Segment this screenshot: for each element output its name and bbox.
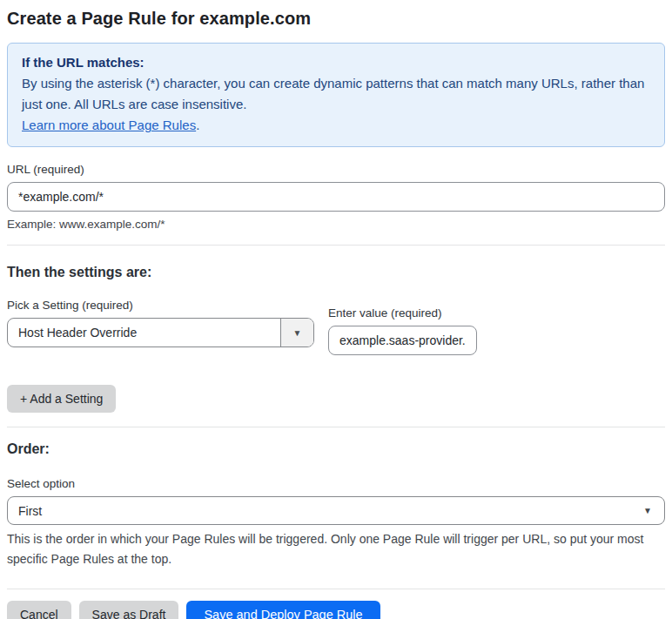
info-box-link-line: Learn more about Page Rules. [22,115,650,136]
footer-actions: Cancel Save as Draft Save and Deploy Pag… [7,601,665,619]
chevron-down-icon: ▼ [643,506,652,515]
order-help-text: This is the order in which your Page Rul… [7,529,662,569]
settings-section-heading: Then the settings are: [7,265,665,280]
dropdown-arrow-button[interactable]: ▼ [280,319,313,347]
pick-setting-column: Pick a Setting (required) Host Header Ov… [7,299,314,347]
cancel-button[interactable]: Cancel [7,601,71,619]
save-and-deploy-button[interactable]: Save and Deploy Page Rule [186,601,380,619]
chevron-down-icon: ▼ [293,328,302,338]
order-section: Order: Select option First ▼ This is the… [7,441,665,569]
page-title: Create a Page Rule for example.com [7,9,665,29]
url-label: URL (required) [7,163,665,176]
enter-value-label: Enter value (required) [328,306,477,320]
url-input[interactable] [7,182,665,212]
link-suffix: . [196,118,199,132]
order-section-heading: Order: [7,441,665,457]
divider [7,427,665,427]
info-box-heading: If the URL matches: [22,52,650,73]
pick-setting-selected-value: Host Header Override [8,319,280,347]
url-matches-info-box: If the URL matches: By using the asteris… [7,43,665,147]
order-selected-value: First [18,504,42,518]
order-select-label: Select option [7,477,665,490]
learn-more-link[interactable]: Learn more about Page Rules [22,118,196,132]
url-example-text: Example: www.example.com/* [7,218,665,231]
setting-value-input[interactable] [328,326,477,355]
divider [7,245,665,246]
divider [7,589,665,589]
pick-setting-label: Pick a Setting (required) [7,299,314,312]
add-setting-button[interactable]: + Add a Setting [7,385,116,413]
enter-value-column: Enter value (required) [328,306,477,355]
pick-setting-dropdown[interactable]: Host Header Override ▼ [7,318,314,347]
info-box-body: By using the asterisk (*) character, you… [22,73,650,115]
order-select[interactable]: First ▼ [7,496,665,525]
url-section: URL (required) Example: www.example.com/… [7,163,665,231]
settings-row: Pick a Setting (required) Host Header Ov… [7,299,665,355]
save-as-draft-button[interactable]: Save as Draft [79,601,179,619]
